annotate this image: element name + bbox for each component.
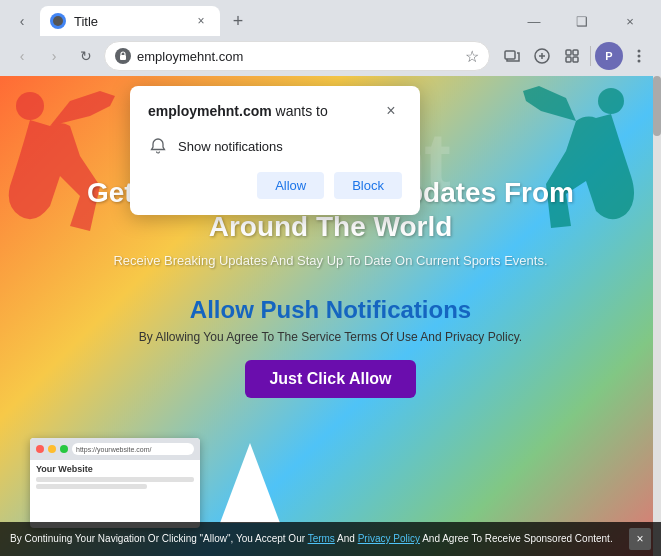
popup-header: employmehnt.com wants to × — [148, 102, 402, 122]
svg-point-10 — [638, 60, 641, 63]
tab-title-label: Title — [74, 14, 184, 29]
window-minimize-button[interactable]: — — [511, 6, 557, 36]
new-tab-button[interactable]: + — [224, 7, 252, 35]
footer-text-mid: And — [335, 533, 358, 544]
page-content: egrunt Get The Latest Sports Upd — [0, 76, 661, 556]
preview-card-body: Your Website — [30, 460, 200, 495]
active-tab[interactable]: Title × — [40, 6, 220, 36]
tab-close-button[interactable]: × — [192, 12, 210, 30]
block-button[interactable]: Block — [334, 172, 402, 199]
footer-consent-bar: By Continuing Your Navigation Or Clickin… — [0, 522, 661, 556]
menu-button[interactable] — [625, 42, 653, 70]
green-dot-icon — [60, 445, 68, 453]
url-display: employmehnt.com — [137, 49, 459, 64]
bookmark-star-icon[interactable]: ☆ — [465, 47, 479, 66]
preview-card-header: https://yourwebsite.com/ — [30, 438, 200, 460]
secure-icon — [115, 48, 131, 64]
svg-rect-7 — [573, 57, 578, 62]
preview-url-text: https://yourwebsite.com/ — [76, 446, 151, 453]
arrow-icon — [220, 443, 280, 523]
popup-title-suffix: wants to — [272, 103, 328, 119]
bell-icon — [148, 136, 168, 156]
popup-site-name: employmehnt.com — [148, 103, 272, 119]
toolbar-icons: P — [498, 42, 653, 70]
yellow-dot-icon — [48, 445, 56, 453]
omnibox-bar: ‹ › ↻ employmehnt.com ☆ — [0, 36, 661, 76]
toolbar-divider — [590, 46, 591, 66]
allow-button[interactable]: Allow — [257, 172, 324, 199]
popup-action-buttons: Allow Block — [148, 172, 402, 199]
notification-permission-popup: employmehnt.com wants to × Show notifica… — [130, 86, 420, 215]
privacy-link[interactable]: Privacy Policy — [358, 533, 420, 544]
svg-marker-14 — [220, 443, 280, 523]
push-subtitle: By Allowing You Agree To The Service Ter… — [0, 330, 661, 344]
profile-button[interactable]: P — [595, 42, 623, 70]
svg-rect-5 — [573, 50, 578, 55]
footer-text-end: And Agree To Receive Sponsored Content. — [420, 533, 613, 544]
terms-link[interactable]: Terms — [308, 533, 335, 544]
svg-rect-1 — [120, 55, 126, 60]
tab-favicon-icon — [50, 13, 66, 29]
red-dot-icon — [36, 445, 44, 453]
preview-content-line-2 — [36, 484, 147, 489]
extensions-icon[interactable] — [558, 42, 586, 70]
svg-point-11 — [16, 92, 44, 120]
hero-subtitle: Receive Breaking Updates And Stay Up To … — [40, 253, 621, 268]
window-close-button[interactable]: × — [607, 6, 653, 36]
browser-frame: ‹ Title × + — ❑ × ‹ › ↻ employmehnt. — [0, 0, 661, 556]
window-controls: — ❑ × — [511, 6, 653, 36]
tab-bar: ‹ Title × + — ❑ × — [0, 0, 661, 36]
scrollbar-thumb[interactable] — [653, 76, 661, 136]
extension-puzzle-icon[interactable] — [528, 42, 556, 70]
svg-point-8 — [638, 50, 641, 53]
browser-preview-card: https://yourwebsite.com/ Your Website — [30, 438, 200, 528]
back-button[interactable]: ‹ — [8, 42, 36, 70]
popup-permission-row: Show notifications — [148, 136, 402, 156]
footer-text-main: By Continuing Your Navigation Or Clickin… — [10, 533, 308, 544]
push-notifications-section: Allow Push Notifications By Allowing You… — [0, 296, 661, 398]
svg-rect-4 — [566, 50, 571, 55]
svg-point-12 — [598, 88, 624, 114]
popup-close-button[interactable]: × — [380, 100, 402, 122]
preview-strip: https://yourwebsite.com/ Your Website — [30, 438, 280, 528]
push-title: Allow Push Notifications — [0, 296, 661, 324]
footer-consent-text: By Continuing Your Navigation Or Clickin… — [10, 532, 629, 546]
refresh-button[interactable]: ↻ — [72, 42, 100, 70]
just-click-allow-button[interactable]: Just Click Allow — [245, 360, 415, 398]
cast-icon[interactable] — [498, 42, 526, 70]
svg-rect-2 — [505, 51, 515, 59]
svg-point-9 — [638, 55, 641, 58]
tab-list-back-button[interactable]: ‹ — [8, 7, 36, 35]
preview-content-line — [36, 477, 194, 482]
footer-close-button[interactable]: × — [629, 528, 651, 550]
arrow-container — [220, 438, 280, 528]
popup-title: employmehnt.com wants to — [148, 102, 328, 122]
scrollbar-track[interactable] — [653, 76, 661, 556]
svg-rect-6 — [566, 57, 571, 62]
preview-site-label: Your Website — [36, 464, 194, 474]
omnibox[interactable]: employmehnt.com ☆ — [104, 41, 490, 71]
preview-url-bar: https://yourwebsite.com/ — [72, 443, 194, 455]
window-restore-button[interactable]: ❑ — [559, 6, 605, 36]
svg-point-0 — [53, 16, 63, 26]
permission-label: Show notifications — [178, 139, 283, 154]
forward-button[interactable]: › — [40, 42, 68, 70]
